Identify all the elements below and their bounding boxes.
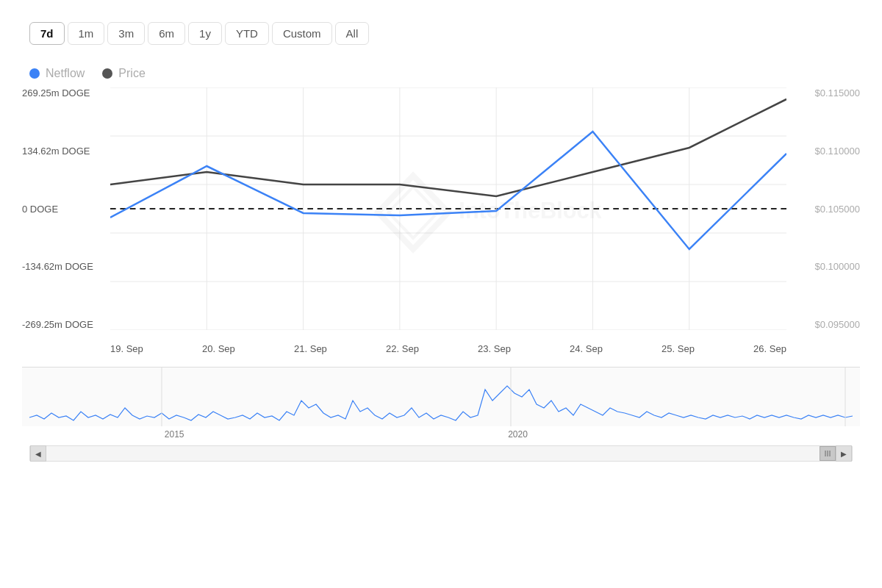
y-right-label-1: $0.110000 xyxy=(815,146,860,157)
mini-chart-wrapper: 20152020 ◀ ▶ xyxy=(22,367,860,448)
netflow-dot xyxy=(29,68,40,79)
scroll-right-btn[interactable]: ▶ xyxy=(836,445,852,462)
y-left-label-2: 0 DOGE xyxy=(22,204,110,215)
y-axis-left: 269.25m DOGE134.62m DOGE0 DOGE-134.62m D… xyxy=(22,87,110,330)
x-label-2: 21. Sep xyxy=(294,343,327,354)
time-btn-ytd[interactable]: YTD xyxy=(225,22,269,45)
scrollbar-fill xyxy=(46,446,836,461)
y-right-label-0: $0.115000 xyxy=(815,87,860,98)
svg-text:IntoTheBlock: IntoTheBlock xyxy=(459,197,602,223)
y-left-label-0: 269.25m DOGE xyxy=(22,87,110,98)
x-label-4: 23. Sep xyxy=(478,343,511,354)
time-range-bar: 7d1m3m6m1yYTDCustomAll xyxy=(15,15,867,52)
x-label-1: 20. Sep xyxy=(202,343,235,354)
time-btn-custom[interactable]: Custom xyxy=(272,22,332,45)
netflow-label: Netflow xyxy=(46,67,85,80)
mini-svg xyxy=(22,368,860,426)
price-label: Price xyxy=(118,67,145,80)
y-right-label-4: $0.095000 xyxy=(815,319,860,330)
y-right-label-2: $0.105000 xyxy=(815,204,860,215)
main-chart: 269.25m DOGE134.62m DOGE0 DOGE-134.62m D… xyxy=(22,87,860,359)
x-label-5: 24. Sep xyxy=(570,343,603,354)
legend: Netflow Price xyxy=(15,67,867,80)
drag-icon xyxy=(822,448,833,459)
scrollbar-track: ◀ ▶ xyxy=(29,445,853,462)
price-line xyxy=(110,99,786,196)
price-dot xyxy=(102,68,112,79)
y-left-label-3: -134.62m DOGE xyxy=(22,261,110,272)
time-btn-1y[interactable]: 1y xyxy=(188,22,222,45)
y-right-label-3: $0.100000 xyxy=(815,261,860,272)
time-btn-7d[interactable]: 7d xyxy=(29,22,65,45)
legend-price: Price xyxy=(102,67,145,80)
chart-canvas: IntoTheBlock xyxy=(110,87,786,330)
main-svg: IntoTheBlock xyxy=(110,87,786,330)
y-left-label-4: -269.25m DOGE xyxy=(22,319,110,330)
scrollbar-thumb[interactable] xyxy=(820,446,836,461)
x-label-6: 25. Sep xyxy=(662,343,695,354)
time-btn-1m[interactable]: 1m xyxy=(68,22,105,45)
x-label-0: 19. Sep xyxy=(110,343,143,354)
mini-year-label-0: 2015 xyxy=(165,429,184,440)
x-label-7: 26. Sep xyxy=(753,343,786,354)
y-left-label-1: 134.62m DOGE xyxy=(22,146,110,157)
main-container: 7d1m3m6m1yYTDCustomAll Netflow Price 269… xyxy=(0,0,882,588)
y-axis-right: $0.115000$0.110000$0.105000$0.100000$0.0… xyxy=(794,87,860,330)
mini-year-label-1: 2020 xyxy=(508,429,528,440)
time-btn-all[interactable]: All xyxy=(335,22,370,45)
x-label-3: 22. Sep xyxy=(386,343,419,354)
legend-netflow: Netflow xyxy=(29,67,85,80)
time-btn-6m[interactable]: 6m xyxy=(148,22,185,45)
x-axis: 19. Sep20. Sep21. Sep22. Sep23. Sep24. S… xyxy=(110,337,786,359)
time-btn-3m[interactable]: 3m xyxy=(107,22,145,45)
chart-wrapper: 269.25m DOGE134.62m DOGE0 DOGE-134.62m D… xyxy=(22,87,860,359)
scroll-left-btn[interactable]: ◀ xyxy=(30,445,46,462)
